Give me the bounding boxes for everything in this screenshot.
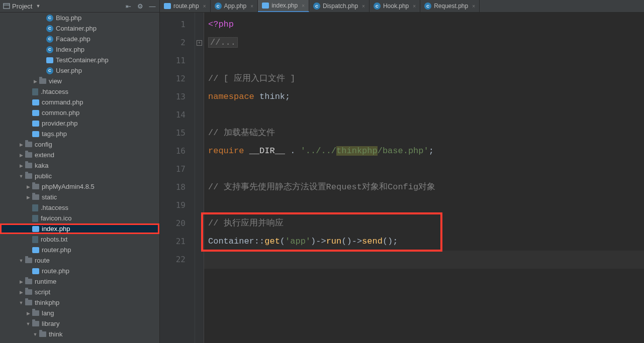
close-icon[interactable]: × bbox=[472, 4, 475, 9]
tree-item-label: thinkphp bbox=[35, 299, 59, 306]
tree-item-favicon-ico[interactable]: favicon.ico bbox=[0, 213, 159, 223]
line-number[interactable]: 22 bbox=[160, 251, 195, 269]
close-icon[interactable]: × bbox=[413, 4, 416, 9]
php-file-icon bbox=[32, 99, 39, 105]
project-tree[interactable]: CBlog.phpCContainer.phpCFacade.phpCIndex… bbox=[0, 13, 160, 343]
tree-item-route-php[interactable]: route.php bbox=[0, 266, 159, 276]
tree-item-Index-php[interactable]: CIndex.php bbox=[0, 44, 159, 55]
tree-item-provider-php[interactable]: provider.php bbox=[0, 118, 159, 129]
folder-icon bbox=[25, 152, 32, 158]
tree-item-runtime[interactable]: ▶runtime bbox=[0, 276, 159, 287]
close-icon[interactable]: × bbox=[203, 4, 206, 9]
close-icon[interactable]: × bbox=[302, 3, 305, 9]
project-panel-header: Project ▼ ⇤ ⚙ — bbox=[0, 0, 160, 12]
tree-item-public[interactable]: ▼public bbox=[0, 171, 159, 181]
editor[interactable]: 12111213141516171819202122 + <?php//.../… bbox=[160, 13, 644, 343]
code-line[interactable]: //... bbox=[208, 34, 644, 52]
tree-item-Container-php[interactable]: CContainer.php bbox=[0, 23, 159, 34]
tree-item-thinkphp[interactable]: ▼thinkphp bbox=[0, 297, 159, 308]
tree-item-phpMyAdmin4-8-5[interactable]: ▶phpMyAdmin4.8.5 bbox=[0, 181, 159, 192]
fold-column[interactable]: + bbox=[195, 13, 204, 343]
chevron-right-icon[interactable]: ▶ bbox=[18, 142, 24, 147]
tree-item-Facade-php[interactable]: CFacade.php bbox=[0, 34, 159, 44]
tab-Request-php[interactable]: CRequest.php× bbox=[420, 0, 480, 12]
code-line[interactable]: Container::get('app')->run()->send(); bbox=[208, 233, 644, 251]
chevron-down-icon[interactable]: ▼ bbox=[18, 174, 24, 179]
line-number[interactable]: 14 bbox=[160, 106, 195, 124]
minimize-icon[interactable]: — bbox=[148, 2, 156, 10]
chevron-right-icon[interactable]: ▶ bbox=[32, 79, 38, 84]
chevron-right-icon[interactable]: ▶ bbox=[25, 195, 31, 200]
line-number[interactable]: 19 bbox=[160, 196, 195, 214]
line-number[interactable]: 1 bbox=[160, 16, 195, 34]
tree-item-script[interactable]: ▶script bbox=[0, 287, 159, 297]
code-line[interactable] bbox=[208, 196, 644, 214]
tree-item-route[interactable]: ▼route bbox=[0, 255, 159, 266]
tree-item-kaka[interactable]: ▶kaka bbox=[0, 160, 159, 171]
line-number[interactable]: 18 bbox=[160, 178, 195, 196]
tree-item-tags-php[interactable]: tags.php bbox=[0, 129, 159, 139]
code-area[interactable]: <?php//...// [ 应用入口文件 ]namespace think;/… bbox=[204, 13, 644, 343]
code-line[interactable]: <?php bbox=[208, 16, 644, 34]
line-number[interactable]: 11 bbox=[160, 52, 195, 70]
tree-item--htaccess[interactable]: .htaccess bbox=[0, 202, 159, 213]
tab-Dispatch-php[interactable]: CDispatch.php× bbox=[309, 0, 370, 12]
tree-item-lang[interactable]: ▶lang bbox=[0, 308, 159, 318]
line-number[interactable]: 16 bbox=[160, 142, 195, 160]
chevron-down-icon[interactable]: ▼ bbox=[18, 258, 24, 263]
code-line[interactable] bbox=[208, 160, 644, 178]
tree-item-label: kaka bbox=[35, 162, 48, 169]
code-line[interactable]: // 支持事先使用静态方法设置Request对象和Config对象 bbox=[208, 178, 644, 196]
gear-icon[interactable]: ⚙ bbox=[136, 2, 144, 10]
tree-item-config[interactable]: ▶config bbox=[0, 139, 159, 150]
code-line[interactable] bbox=[204, 251, 644, 269]
code-line[interactable] bbox=[208, 52, 644, 70]
chevron-down-icon[interactable]: ▼ bbox=[32, 332, 38, 337]
tree-item-index-php[interactable]: index.php bbox=[0, 223, 159, 234]
tab-App-php[interactable]: CApp.php× bbox=[211, 0, 258, 12]
tree-item-robots-txt[interactable]: robots.txt bbox=[0, 234, 159, 245]
tree-item-static[interactable]: ▶static bbox=[0, 192, 159, 202]
chevron-right-icon[interactable]: ▶ bbox=[18, 290, 24, 295]
tab-Hook-php[interactable]: CHook.php× bbox=[370, 0, 420, 12]
tree-item-library[interactable]: ▼library bbox=[0, 318, 159, 329]
tree-item-common-php[interactable]: common.php bbox=[0, 107, 159, 118]
code-line[interactable]: // [ 应用入口文件 ] bbox=[208, 70, 644, 88]
code-line[interactable] bbox=[208, 106, 644, 124]
tab-route-php[interactable]: route.php× bbox=[160, 0, 211, 12]
chevron-down-icon[interactable]: ▼ bbox=[25, 321, 31, 326]
project-dropdown[interactable]: Project ▼ bbox=[3, 3, 40, 10]
line-number[interactable]: 21 bbox=[160, 233, 195, 251]
code-line[interactable]: // 加载基础文件 bbox=[208, 124, 644, 142]
tree-item-extend[interactable]: ▶extend bbox=[0, 150, 159, 160]
tree-item--htaccess[interactable]: .htaccess bbox=[0, 86, 159, 97]
chevron-right-icon[interactable]: ▶ bbox=[25, 184, 31, 189]
close-icon[interactable]: × bbox=[250, 4, 253, 9]
fold-expand-icon[interactable]: + bbox=[197, 40, 202, 46]
chevron-down-icon: ▼ bbox=[36, 4, 40, 9]
line-number[interactable]: 15 bbox=[160, 124, 195, 142]
tree-item-command-php[interactable]: command.php bbox=[0, 97, 159, 107]
tree-item-Blog-php[interactable]: CBlog.php bbox=[0, 13, 159, 23]
tab-index-php[interactable]: index.php× bbox=[258, 0, 309, 12]
tree-item-think[interactable]: ▼think bbox=[0, 329, 159, 339]
line-number[interactable]: 17 bbox=[160, 160, 195, 178]
tree-item-User-php[interactable]: CUser.php bbox=[0, 65, 159, 76]
chevron-right-icon[interactable]: ▶ bbox=[18, 163, 24, 168]
line-number[interactable]: 13 bbox=[160, 88, 195, 106]
code-line[interactable]: namespace think; bbox=[208, 88, 644, 106]
chevron-right-icon[interactable]: ▶ bbox=[18, 279, 24, 284]
tree-item-TestContainer-php[interactable]: TestContainer.php bbox=[0, 55, 159, 65]
code-line[interactable]: require __DIR__ . '../../thinkphp/base.p… bbox=[208, 142, 644, 160]
chevron-right-icon[interactable]: ▶ bbox=[25, 311, 31, 316]
chevron-right-icon[interactable]: ▶ bbox=[18, 153, 24, 158]
tree-item-router-php[interactable]: router.php bbox=[0, 245, 159, 255]
code-line[interactable]: // 执行应用并响应 bbox=[208, 214, 644, 233]
tree-item-view[interactable]: ▶view bbox=[0, 76, 159, 86]
collapse-icon[interactable]: ⇤ bbox=[124, 2, 132, 10]
line-number[interactable]: 12 bbox=[160, 70, 195, 88]
close-icon[interactable]: × bbox=[362, 4, 365, 9]
chevron-down-icon[interactable]: ▼ bbox=[18, 300, 24, 305]
line-number[interactable]: 2 bbox=[160, 34, 195, 52]
line-number[interactable]: 20 bbox=[160, 214, 195, 233]
